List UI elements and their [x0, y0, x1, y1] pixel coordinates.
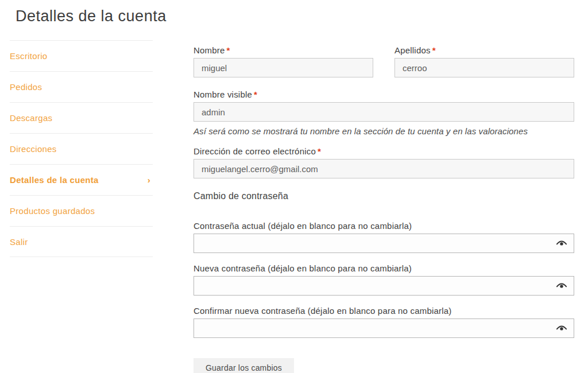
sidebar-item-label: Descargas: [10, 113, 52, 123]
show-password-icon[interactable]: [556, 282, 567, 289]
sidebar-item-label: Salir: [10, 237, 28, 247]
chevron-right-icon: ›: [148, 175, 153, 185]
required-marker: *: [227, 45, 230, 55]
display-name-field-group: Nombre visible* Así será como se mostrar…: [194, 90, 574, 136]
show-password-icon[interactable]: [556, 240, 567, 247]
email-input[interactable]: [194, 159, 574, 178]
display-name-input[interactable]: [194, 102, 574, 122]
show-password-icon[interactable]: [556, 325, 567, 332]
first-name-input[interactable]: [194, 58, 373, 77]
first-name-label: Nombre*: [194, 46, 373, 55]
confirm-password-input[interactable]: [194, 318, 574, 338]
content-area: Escritorio Pedidos Descargas Direcciones…: [0, 40, 588, 373]
page-title: Detalles de la cuenta: [16, 7, 588, 25]
required-marker: *: [254, 90, 257, 99]
current-password-input[interactable]: [194, 234, 574, 253]
account-details-form: Nombre* Apellidos* Nombre visible* Así s…: [194, 40, 574, 373]
sidebar-item-detalles-cuenta[interactable]: Detalles de la cuenta ›: [10, 164, 153, 195]
save-changes-button[interactable]: Guardar los cambios: [194, 358, 294, 373]
account-sidebar: Escritorio Pedidos Descargas Direcciones…: [10, 40, 153, 257]
sidebar-item-descargas[interactable]: Descargas: [10, 102, 153, 133]
sidebar-item-escritorio[interactable]: Escritorio: [10, 40, 153, 71]
sidebar-item-label: Detalles de la cuenta: [10, 175, 99, 185]
sidebar-item-label: Pedidos: [10, 82, 42, 92]
new-password-label: Nueva contraseña (déjalo en blanco para …: [194, 264, 574, 273]
sidebar-item-productos-guardados[interactable]: Productos guardados: [10, 195, 153, 226]
email-field-group: Dirección de correo electrónico*: [194, 147, 574, 178]
confirm-password-field-group: Confirmar nueva contraseña (déjalo en bl…: [194, 306, 574, 338]
required-marker: *: [318, 146, 321, 156]
new-password-field-group: Nueva contraseña (déjalo en blanco para …: [194, 264, 574, 296]
last-name-label: Apellidos*: [394, 46, 574, 55]
sidebar-item-direcciones[interactable]: Direcciones: [10, 133, 153, 164]
confirm-password-label: Confirmar nueva contraseña (déjalo en bl…: [194, 306, 574, 315]
last-name-input[interactable]: [394, 58, 574, 77]
new-password-input[interactable]: [194, 276, 574, 296]
display-name-help-text: Así será como se mostrará tu nombre en l…: [194, 126, 574, 136]
email-label: Dirección de correo electrónico*: [194, 147, 574, 156]
required-marker: *: [432, 45, 436, 55]
sidebar-item-label: Escritorio: [10, 51, 48, 61]
last-name-field-group: Apellidos*: [394, 46, 574, 77]
current-password-field-group: Contraseña actual (déjalo en blanco para…: [194, 222, 574, 253]
sidebar-item-salir[interactable]: Salir: [10, 226, 153, 257]
sidebar-item-label: Productos guardados: [10, 206, 95, 216]
display-name-label: Nombre visible*: [194, 90, 574, 99]
sidebar-item-pedidos[interactable]: Pedidos: [10, 71, 153, 102]
first-name-field-group: Nombre*: [194, 46, 373, 77]
password-change-heading: Cambio de contraseña: [194, 191, 574, 201]
current-password-label: Contraseña actual (déjalo en blanco para…: [194, 222, 574, 230]
sidebar-item-label: Direcciones: [10, 144, 57, 154]
